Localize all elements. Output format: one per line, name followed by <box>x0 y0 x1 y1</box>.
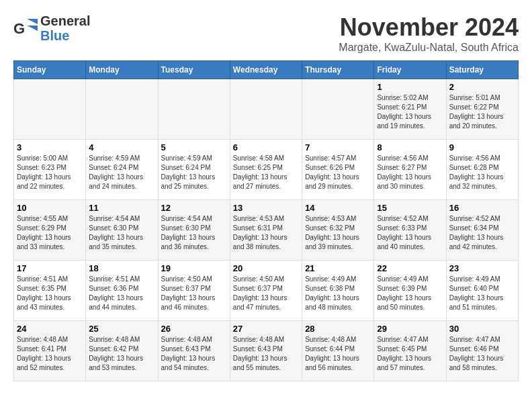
calendar-cell: 11Sunrise: 4:54 AM Sunset: 6:30 PM Dayli… <box>86 200 158 261</box>
day-content: Sunrise: 4:59 AM Sunset: 6:24 PM Dayligh… <box>89 154 154 191</box>
day-content: Sunrise: 4:55 AM Sunset: 6:29 PM Dayligh… <box>17 214 83 252</box>
calendar-cell: 12Sunrise: 4:54 AM Sunset: 6:30 PM Dayli… <box>158 200 230 261</box>
calendar-header: SundayMondayTuesdayWednesdayThursdayFrid… <box>14 61 519 79</box>
calendar-cell: 17Sunrise: 4:51 AM Sunset: 6:35 PM Dayli… <box>14 261 86 321</box>
calendar-cell: 7Sunrise: 4:57 AM Sunset: 6:26 PM Daylig… <box>302 140 374 200</box>
day-number: 13 <box>233 203 299 213</box>
day-content: Sunrise: 4:48 AM Sunset: 6:42 PM Dayligh… <box>89 335 154 373</box>
calendar-cell: 10Sunrise: 4:55 AM Sunset: 6:29 PM Dayli… <box>14 200 86 261</box>
day-number: 12 <box>161 203 227 213</box>
calendar-cell <box>14 79 86 140</box>
day-number: 4 <box>89 142 154 152</box>
page-header: G General Blue November 2024 Margate, Kw… <box>13 13 519 54</box>
calendar-cell: 24Sunrise: 4:48 AM Sunset: 6:41 PM Dayli… <box>14 321 86 381</box>
day-content: Sunrise: 4:48 AM Sunset: 6:41 PM Dayligh… <box>17 335 83 373</box>
calendar-cell: 1Sunrise: 5:02 AM Sunset: 6:21 PM Daylig… <box>374 79 446 140</box>
calendar-cell: 30Sunrise: 4:47 AM Sunset: 6:46 PM Dayli… <box>446 321 518 381</box>
day-number: 1 <box>377 82 443 92</box>
title-area: November 2024 Margate, KwaZulu-Natal, So… <box>339 13 519 54</box>
day-number: 25 <box>89 324 154 334</box>
calendar-cell: 2Sunrise: 5:01 AM Sunset: 6:22 PM Daylig… <box>446 79 518 140</box>
day-content: Sunrise: 4:52 AM Sunset: 6:33 PM Dayligh… <box>377 214 443 252</box>
day-content: Sunrise: 4:58 AM Sunset: 6:25 PM Dayligh… <box>233 154 299 191</box>
calendar-cell: 21Sunrise: 4:49 AM Sunset: 6:38 PM Dayli… <box>302 261 374 321</box>
day-content: Sunrise: 4:51 AM Sunset: 6:35 PM Dayligh… <box>17 275 83 312</box>
day-content: Sunrise: 4:53 AM Sunset: 6:31 PM Dayligh… <box>233 214 299 252</box>
logo-icon: G <box>13 16 38 40</box>
header-thursday: Thursday <box>302 61 374 79</box>
calendar-cell: 6Sunrise: 4:58 AM Sunset: 6:25 PM Daylig… <box>230 140 302 200</box>
day-number: 14 <box>305 203 371 213</box>
calendar-cell: 4Sunrise: 4:59 AM Sunset: 6:24 PM Daylig… <box>86 140 158 200</box>
day-number: 16 <box>449 203 515 213</box>
day-number: 15 <box>377 203 443 213</box>
calendar-cell <box>302 79 374 140</box>
day-content: Sunrise: 4:48 AM Sunset: 6:43 PM Dayligh… <box>233 335 299 373</box>
calendar-cell: 8Sunrise: 4:56 AM Sunset: 6:27 PM Daylig… <box>374 140 446 200</box>
week-row-4: 17Sunrise: 4:51 AM Sunset: 6:35 PM Dayli… <box>14 261 519 321</box>
day-content: Sunrise: 5:00 AM Sunset: 6:23 PM Dayligh… <box>17 154 83 191</box>
day-content: Sunrise: 4:49 AM Sunset: 6:39 PM Dayligh… <box>377 275 443 312</box>
day-number: 8 <box>377 142 443 152</box>
day-number: 10 <box>17 203 83 213</box>
day-content: Sunrise: 4:48 AM Sunset: 6:43 PM Dayligh… <box>161 335 227 373</box>
day-number: 18 <box>89 263 154 273</box>
day-content: Sunrise: 5:01 AM Sunset: 6:22 PM Dayligh… <box>449 93 515 131</box>
day-number: 24 <box>17 324 83 334</box>
day-content: Sunrise: 4:59 AM Sunset: 6:24 PM Dayligh… <box>161 154 227 191</box>
calendar-cell: 22Sunrise: 4:49 AM Sunset: 6:39 PM Dayli… <box>374 261 446 321</box>
calendar-table: SundayMondayTuesdayWednesdayThursdayFrid… <box>13 60 519 381</box>
calendar-cell: 3Sunrise: 5:00 AM Sunset: 6:23 PM Daylig… <box>14 140 86 200</box>
week-row-5: 24Sunrise: 4:48 AM Sunset: 6:41 PM Dayli… <box>14 321 519 381</box>
day-content: Sunrise: 4:51 AM Sunset: 6:36 PM Dayligh… <box>89 275 154 312</box>
day-content: Sunrise: 4:48 AM Sunset: 6:44 PM Dayligh… <box>305 335 371 373</box>
calendar-cell <box>158 79 230 140</box>
header-row: SundayMondayTuesdayWednesdayThursdayFrid… <box>14 61 519 79</box>
header-sunday: Sunday <box>14 61 86 79</box>
calendar-cell: 14Sunrise: 4:53 AM Sunset: 6:32 PM Dayli… <box>302 200 374 261</box>
logo: G General Blue <box>13 13 90 43</box>
day-content: Sunrise: 4:49 AM Sunset: 6:38 PM Dayligh… <box>305 275 371 312</box>
day-content: Sunrise: 4:56 AM Sunset: 6:27 PM Dayligh… <box>377 154 443 191</box>
header-saturday: Saturday <box>446 61 518 79</box>
day-number: 7 <box>305 142 371 152</box>
day-number: 21 <box>305 263 371 273</box>
day-number: 23 <box>449 263 515 273</box>
calendar-cell: 28Sunrise: 4:48 AM Sunset: 6:44 PM Dayli… <box>302 321 374 381</box>
day-number: 6 <box>233 142 299 152</box>
week-row-2: 3Sunrise: 5:00 AM Sunset: 6:23 PM Daylig… <box>14 140 519 200</box>
calendar-cell: 23Sunrise: 4:49 AM Sunset: 6:40 PM Dayli… <box>446 261 518 321</box>
day-number: 28 <box>305 324 371 334</box>
day-content: Sunrise: 4:49 AM Sunset: 6:40 PM Dayligh… <box>449 275 515 312</box>
day-content: Sunrise: 4:56 AM Sunset: 6:28 PM Dayligh… <box>449 154 515 191</box>
header-wednesday: Wednesday <box>230 61 302 79</box>
day-content: Sunrise: 4:57 AM Sunset: 6:26 PM Dayligh… <box>305 154 371 191</box>
calendar-cell: 18Sunrise: 4:51 AM Sunset: 6:36 PM Dayli… <box>86 261 158 321</box>
day-number: 17 <box>17 263 83 273</box>
calendar-cell: 13Sunrise: 4:53 AM Sunset: 6:31 PM Dayli… <box>230 200 302 261</box>
svg-marker-2 <box>27 26 38 31</box>
day-number: 5 <box>161 142 227 152</box>
calendar-cell: 15Sunrise: 4:52 AM Sunset: 6:33 PM Dayli… <box>374 200 446 261</box>
calendar-cell <box>230 79 302 140</box>
day-content: Sunrise: 4:47 AM Sunset: 6:46 PM Dayligh… <box>449 335 515 373</box>
svg-text:G: G <box>13 20 25 37</box>
header-monday: Monday <box>86 61 158 79</box>
day-content: Sunrise: 5:02 AM Sunset: 6:21 PM Dayligh… <box>377 93 443 131</box>
day-number: 27 <box>233 324 299 334</box>
header-tuesday: Tuesday <box>158 61 230 79</box>
calendar-cell: 16Sunrise: 4:52 AM Sunset: 6:34 PM Dayli… <box>446 200 518 261</box>
week-row-1: 1Sunrise: 5:02 AM Sunset: 6:21 PM Daylig… <box>14 79 519 140</box>
day-content: Sunrise: 4:50 AM Sunset: 6:37 PM Dayligh… <box>233 275 299 312</box>
day-content: Sunrise: 4:54 AM Sunset: 6:30 PM Dayligh… <box>89 214 154 252</box>
main-title: November 2024 <box>339 13 519 42</box>
calendar-cell <box>86 79 158 140</box>
calendar-cell: 9Sunrise: 4:56 AM Sunset: 6:28 PM Daylig… <box>446 140 518 200</box>
calendar-cell: 25Sunrise: 4:48 AM Sunset: 6:42 PM Dayli… <box>86 321 158 381</box>
week-row-3: 10Sunrise: 4:55 AM Sunset: 6:29 PM Dayli… <box>14 200 519 261</box>
day-content: Sunrise: 4:50 AM Sunset: 6:37 PM Dayligh… <box>161 275 227 312</box>
day-content: Sunrise: 4:52 AM Sunset: 6:34 PM Dayligh… <box>449 214 515 252</box>
calendar-cell: 5Sunrise: 4:59 AM Sunset: 6:24 PM Daylig… <box>158 140 230 200</box>
calendar-cell: 20Sunrise: 4:50 AM Sunset: 6:37 PM Dayli… <box>230 261 302 321</box>
day-number: 30 <box>449 324 515 334</box>
